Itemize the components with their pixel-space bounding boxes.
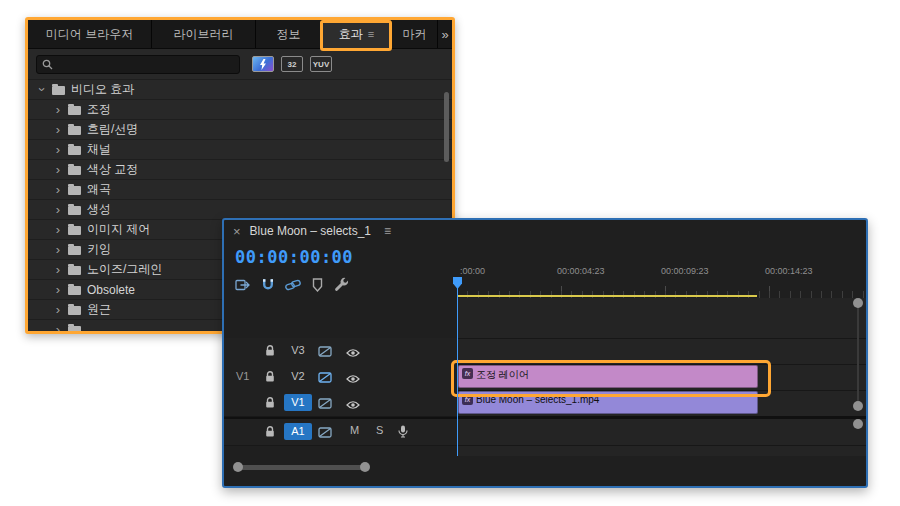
tab-overflow-chevron-icon[interactable]: » [438, 20, 452, 48]
vscroll-handle-bottom[interactable] [853, 419, 863, 429]
chevron-right-icon[interactable]: › [54, 263, 62, 276]
tree-item-label: 색상 교정 [87, 161, 138, 178]
folder-icon [68, 266, 81, 275]
tab-info[interactable]: 정보 [256, 20, 322, 48]
marker-icon [312, 278, 323, 292]
chevron-right-icon[interactable]: › [54, 163, 62, 176]
search-icon [42, 59, 53, 70]
nest-sequences-icon [235, 278, 251, 292]
chevron-right-icon[interactable]: › [54, 203, 62, 216]
folder-icon [68, 126, 81, 135]
vertical-scrollbar[interactable] [852, 298, 864, 456]
sync-lock-button[interactable] [318, 345, 332, 360]
clip-label: Blue Moon – selects_1.mp4 [476, 394, 599, 405]
horizontal-zoom-scrollbar[interactable] [224, 460, 852, 474]
accelerated-effects-filter-button[interactable] [252, 56, 274, 72]
track-header-v2: V1 V2 [224, 364, 457, 391]
chevron-right-icon[interactable]: › [54, 323, 62, 334]
chevron-right-icon[interactable]: › [54, 283, 62, 296]
close-panel-icon[interactable]: × [233, 224, 241, 239]
panel-tab-bar: 미디어 브라우저 라이브러리 정보 효과 ≡ 마커 » [28, 20, 452, 49]
yuv-filter-button[interactable]: YUV [310, 56, 332, 72]
tree-item-label: 왜곡 [87, 181, 111, 198]
tree-item[interactable]: › 생성 [28, 200, 452, 220]
tree-item[interactable]: › 채널 [28, 140, 452, 160]
track-name-v3[interactable]: V3 [284, 342, 312, 359]
linked-selection-button[interactable] [285, 278, 302, 292]
lock-track-button[interactable] [264, 396, 276, 412]
scrollbar-track[interactable] [238, 465, 364, 470]
tree-item-video-effects[interactable]: › 비디오 효과 [28, 80, 452, 100]
panel-menu-icon[interactable]: ≡ [368, 28, 374, 40]
chevron-down-icon[interactable]: › [36, 86, 49, 94]
voiceover-record-button[interactable] [398, 425, 408, 441]
solo-track-button[interactable]: S [376, 424, 383, 436]
toggle-track-output-button[interactable] [346, 372, 360, 387]
tab-media-browser[interactable]: 미디어 브라우저 [28, 20, 152, 48]
tree-item-label: 흐림/선명 [87, 121, 138, 138]
track-header-a1: A1 M S [224, 419, 457, 446]
lock-track-button[interactable] [264, 425, 276, 441]
tree-item-label: 노이즈/그레인 [87, 261, 162, 278]
playhead[interactable] [457, 277, 458, 456]
playhead-timecode[interactable]: 00:00:00:00 [235, 247, 353, 267]
source-patch-label[interactable]: V1 [236, 370, 249, 382]
add-marker-button[interactable] [312, 278, 323, 292]
time-ruler[interactable]: :00:00 00:00:04:23 00:00:09:23 00:00:14:… [457, 264, 864, 298]
chevron-right-icon[interactable]: › [54, 223, 62, 236]
track-name-v2[interactable]: V2 [284, 368, 312, 385]
tab-label: 미디어 브라우저 [46, 26, 133, 43]
chevron-right-icon[interactable]: › [54, 303, 62, 316]
chevron-right-icon[interactable]: › [54, 103, 62, 116]
tab-effects[interactable]: 효과 ≡ [322, 20, 392, 48]
lock-icon [264, 425, 276, 438]
clip-blue-moon-video[interactable]: fx Blue Moon – selects_1.mp4 [458, 391, 758, 414]
track-name-v1[interactable]: V1 [284, 394, 312, 411]
tree-item[interactable]: › 색상 교정 [28, 160, 452, 180]
zoom-handle-left[interactable] [233, 462, 243, 472]
32bit-filter-button[interactable]: 32 [281, 56, 303, 72]
tree-item[interactable]: › 조정 [28, 100, 452, 120]
tree-item[interactable]: › 흐림/선명 [28, 120, 452, 140]
folder-icon [68, 246, 81, 255]
tree-item-label: 키잉 [87, 241, 111, 258]
chevron-right-icon[interactable]: › [54, 243, 62, 256]
vscroll-handle-middle[interactable] [853, 401, 863, 411]
eye-icon [346, 348, 360, 358]
nest-sequences-button[interactable] [235, 278, 251, 292]
lane-separator [458, 445, 866, 446]
effects-scrollbar[interactable] [444, 92, 449, 162]
sync-lock-button[interactable] [318, 397, 332, 412]
search-box[interactable] [36, 55, 240, 74]
timeline-menu-icon[interactable]: ≡ [384, 224, 391, 238]
tab-libraries[interactable]: 라이브러리 [152, 20, 256, 48]
lock-track-button[interactable] [264, 344, 276, 360]
folder-icon [68, 206, 81, 215]
tab-markers[interactable]: 마커 [392, 20, 438, 48]
chevron-right-icon[interactable]: › [54, 143, 62, 156]
clip-adjustment-layer[interactable]: fx 조정 레이어 [458, 365, 758, 388]
sync-lock-button[interactable] [318, 426, 332, 441]
track-name-a1[interactable]: A1 [284, 423, 312, 440]
vscroll-handle-top[interactable] [853, 298, 863, 308]
track-lanes: fx 조정 레이어 fx Blue Moon – selects_1.mp4 [457, 298, 866, 456]
snap-button[interactable] [261, 278, 275, 293]
chevron-right-icon[interactable]: › [54, 183, 62, 196]
ruler-label: :00:00 [460, 266, 485, 276]
toggle-track-output-button[interactable] [346, 346, 360, 361]
fx-badge: fx [462, 394, 473, 405]
folder-icon [68, 106, 81, 115]
sync-lock-button[interactable] [318, 371, 332, 386]
effects-search-input[interactable] [57, 58, 234, 70]
tree-item[interactable]: › 왜곡 [28, 180, 452, 200]
mute-track-button[interactable]: M [350, 424, 359, 436]
chevron-right-icon[interactable]: › [54, 123, 62, 136]
zoom-handle-right[interactable] [360, 462, 370, 472]
folder-icon [68, 326, 81, 335]
toggle-track-output-button[interactable] [346, 398, 360, 413]
lock-track-button[interactable] [264, 370, 276, 386]
ruler-label: 00:00:04:23 [557, 266, 605, 276]
sync-lock-icon [318, 398, 332, 409]
folder-icon [68, 186, 81, 195]
timeline-settings-button[interactable] [333, 277, 349, 293]
